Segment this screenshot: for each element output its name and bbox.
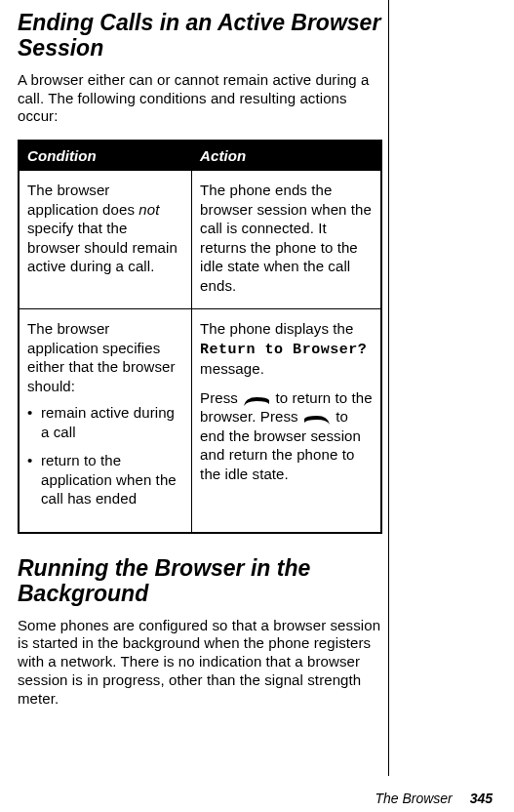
footer-section-title: The Browser bbox=[375, 791, 452, 806]
vertical-page-rule bbox=[388, 0, 389, 776]
cell-action-1: The phone ends the browser session when … bbox=[192, 171, 381, 309]
text: The phone displays the Return to Browser… bbox=[200, 319, 373, 379]
text-emphasis-not: not bbox=[138, 201, 159, 218]
cell-condition-2: The browser application specifies either… bbox=[19, 309, 192, 533]
bullet-list: remain active during a call return to th… bbox=[27, 403, 183, 508]
footer-page-number: 345 bbox=[470, 791, 493, 806]
text: The browser application specifies either… bbox=[27, 319, 183, 395]
content-area: Ending Calls in an Active Browser Sessio… bbox=[18, 0, 382, 773]
page-footer: The Browser 345 bbox=[375, 791, 493, 806]
heading-ending-calls: Ending Calls in an Active Browser Sessio… bbox=[18, 10, 382, 61]
condition-action-table: Condition Action The browser application… bbox=[18, 140, 382, 534]
cell-condition-1: The browser application does not specify… bbox=[19, 171, 192, 309]
list-item: return to the application when the call … bbox=[27, 451, 183, 508]
table-header-action: Action bbox=[192, 141, 381, 171]
list-item: remain active during a call bbox=[27, 403, 183, 441]
ui-message-return-to-browser: Return to Browser? bbox=[200, 342, 367, 358]
table-header-condition: Condition bbox=[19, 141, 192, 171]
right-soft-key-icon bbox=[303, 411, 331, 423]
text: Press to return to the browser. Press to… bbox=[200, 388, 373, 484]
table-row: The browser application does not specify… bbox=[19, 171, 381, 309]
heading-running-background: Running the Browser in the Background bbox=[18, 555, 382, 607]
text: specify that the browser should remain a… bbox=[27, 220, 178, 274]
body-running-background: Some phones are configured so that a bro… bbox=[18, 617, 382, 709]
text: message. bbox=[200, 360, 264, 377]
text: The browser application does bbox=[27, 182, 138, 218]
text: The phone displays the bbox=[200, 320, 353, 337]
intro-paragraph: A browser either can or cannot remain ac… bbox=[18, 71, 382, 126]
left-soft-key-icon bbox=[243, 392, 270, 404]
cell-action-2: The phone displays the Return to Browser… bbox=[192, 309, 381, 533]
table-row: The browser application specifies either… bbox=[19, 309, 381, 533]
text: Press bbox=[200, 389, 242, 406]
